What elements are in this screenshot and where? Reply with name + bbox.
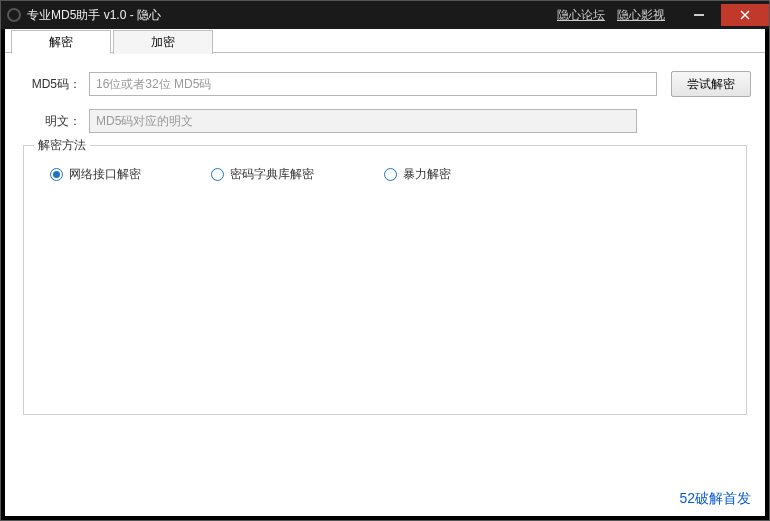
radio-network-label: 网络接口解密 [69, 166, 141, 183]
method-fieldset: 解密方法 网络接口解密 密码字典库解密 暴力解密 [23, 145, 747, 415]
client-area: 解密 加密 MD5码： 尝试解密 明文： 解密方法 网络接口解密 [5, 29, 765, 516]
radio-dict[interactable]: 密码字典库解密 [211, 166, 314, 183]
title-bar: 专业MD5助手 v1.0 - 隐心 隐心论坛 隐心影视 [1, 1, 769, 29]
minimize-button[interactable] [677, 4, 721, 26]
link-forum[interactable]: 隐心论坛 [557, 7, 605, 24]
close-icon [740, 10, 750, 20]
md5-label: MD5码： [19, 76, 89, 93]
tab-decrypt[interactable]: 解密 [11, 30, 111, 54]
row-plain: 明文： [19, 109, 751, 133]
tab-content: MD5码： 尝试解密 明文： 解密方法 网络接口解密 密码字典库解密 [5, 53, 765, 516]
app-icon [7, 8, 21, 22]
radio-network[interactable]: 网络接口解密 [50, 166, 141, 183]
window-title: 专业MD5助手 v1.0 - 隐心 [27, 7, 161, 24]
method-radio-group: 网络接口解密 密码字典库解密 暴力解密 [40, 160, 730, 183]
footer-credit-link[interactable]: 52破解首发 [679, 490, 751, 508]
tab-encrypt-label: 加密 [151, 34, 175, 51]
radio-brute[interactable]: 暴力解密 [384, 166, 451, 183]
method-legend: 解密方法 [34, 137, 90, 154]
radio-dot-icon [211, 168, 224, 181]
close-button[interactable] [721, 4, 769, 26]
radio-dot-icon [384, 168, 397, 181]
tab-encrypt[interactable]: 加密 [113, 30, 213, 54]
app-window: 专业MD5助手 v1.0 - 隐心 隐心论坛 隐心影视 解密 加密 MD5码： … [0, 0, 770, 521]
tab-strip: 解密 加密 [5, 29, 765, 53]
try-decrypt-button[interactable]: 尝试解密 [671, 71, 751, 97]
radio-brute-label: 暴力解密 [403, 166, 451, 183]
tab-decrypt-label: 解密 [49, 34, 73, 51]
md5-input[interactable] [89, 72, 657, 96]
link-video[interactable]: 隐心影视 [617, 7, 665, 24]
radio-dot-icon [50, 168, 63, 181]
row-md5: MD5码： 尝试解密 [19, 71, 751, 97]
plain-output[interactable] [89, 109, 637, 133]
plain-label: 明文： [19, 113, 89, 130]
radio-dict-label: 密码字典库解密 [230, 166, 314, 183]
